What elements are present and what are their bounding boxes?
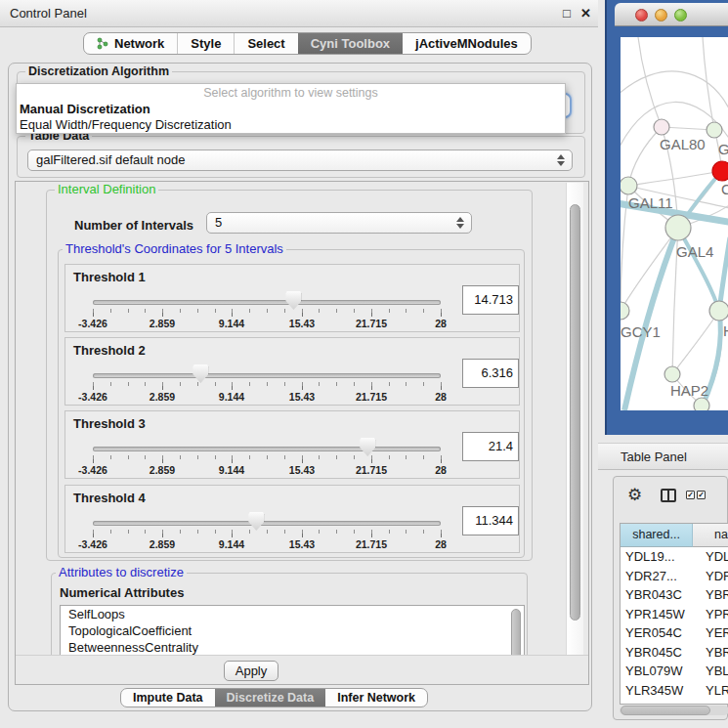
float-window-icon[interactable]: □	[563, 0, 571, 27]
network-graph	[621, 37, 728, 410]
checkbox-icon[interactable]: ✓	[697, 491, 706, 499]
dropdown-placeholder-option[interactable]: Select algorithm to view settings	[17, 84, 565, 102]
threshold-2-value-field[interactable]: 6.316	[462, 359, 519, 388]
node-label: C	[721, 181, 728, 197]
tick-label: 28	[435, 391, 447, 403]
gear-icon[interactable]: ⚙	[627, 484, 642, 505]
cell: YBR043C	[621, 585, 703, 605]
minimize-traffic-light-icon[interactable]	[655, 9, 667, 21]
table-row[interactable]: YBL079WYBL0	[621, 662, 728, 681]
number-of-intervals-combobox[interactable]: 5	[206, 212, 472, 234]
table-row[interactable]: YBR043CYBR0	[621, 585, 728, 605]
tab-select-label: Select	[247, 36, 284, 51]
table-data-combobox[interactable]: galFiltered.sif default node	[27, 150, 573, 171]
threshold-3-slider-track[interactable]	[93, 447, 441, 451]
combo-arrows-icon	[557, 154, 566, 166]
table-horizontal-scrollbar[interactable]	[620, 706, 728, 715]
close-traffic-light-icon[interactable]	[635, 9, 648, 21]
panel-scrollbar-thumb[interactable]	[570, 204, 580, 621]
table-row[interactable]: YBR045CYBR0	[621, 643, 728, 663]
tab-impute-data[interactable]: Impute Data	[121, 689, 215, 707]
thresholds-group: Threshold's Coordinates for 5 Intervals …	[58, 249, 525, 558]
column-header-name[interactable]: na	[693, 524, 728, 547]
cell: YER0	[703, 623, 728, 643]
table-row[interactable]: YDL19...YDL1	[621, 547, 728, 567]
table-scrollbar-thumb[interactable]	[621, 706, 710, 715]
node-label: GAL4	[676, 243, 713, 260]
tick-label: 9.144	[219, 391, 244, 403]
tick-label: 15.43	[289, 464, 315, 476]
tab-impute-data-label: Impute Data	[133, 691, 203, 705]
tick-label: 2.859	[150, 318, 175, 329]
threshold-3-slider-handle[interactable]	[360, 438, 375, 456]
list-item[interactable]: SelfLoops	[61, 606, 524, 622]
dropdown-option-equal-width[interactable]: Equal Width/Frequency Discretization	[17, 117, 565, 133]
thresholds-group-title: Threshold's Coordinates for 5 Intervals	[63, 242, 286, 256]
number-of-intervals-label: Number of Intervals	[74, 218, 193, 233]
node-label: HAP2	[670, 382, 708, 399]
threshold-1-label: Threshold 1	[73, 270, 146, 284]
network-canvas[interactable]: GAL80 G GAL11 GAL4 GCY1 HAP2 H C	[621, 37, 728, 410]
tick-label: 2.859	[150, 391, 175, 403]
tab-style[interactable]: Style	[178, 33, 235, 54]
column-header-shared-name[interactable]: shared...	[621, 524, 693, 547]
table-panel-window: ⚙ ✓ ✓ shared... na YDL19...YDL1 YDR27...…	[613, 476, 728, 720]
tab-network-label: Network	[114, 36, 164, 51]
threshold-2-label: Threshold 2	[73, 343, 146, 358]
tick-label: -3.426	[78, 464, 107, 476]
zoom-traffic-light-icon[interactable]	[674, 9, 687, 21]
checkbox-icon[interactable]: ✓	[686, 491, 695, 499]
tick-label: 28	[435, 318, 447, 329]
table-panel-titlebar: Table Panel	[598, 443, 728, 470]
tab-cyni-toolbox[interactable]: Cyni Toolbox	[298, 33, 403, 54]
threshold-1-slider-handle[interactable]	[285, 291, 301, 310]
node-label: GAL11	[628, 194, 673, 211]
table-row[interactable]: YDR27...YDR2	[621, 567, 728, 586]
table-data-group: Table Data galFiltered.sif default node	[17, 136, 585, 178]
tick-label: -3.426	[78, 391, 107, 403]
network-icon	[97, 37, 109, 50]
panel-scrollbar[interactable]	[566, 183, 583, 684]
cell: YPR145W	[621, 605, 703, 624]
tick-label: -3.426	[78, 538, 107, 550]
tab-infer-network[interactable]: Infer Network	[325, 689, 427, 707]
table-row[interactable]: YER054CYER0	[621, 623, 728, 643]
table-row[interactable]: YLR345WYLR3	[621, 681, 728, 701]
table-row[interactable]: YIL052CYIL0	[621, 700, 728, 705]
tick-label: 15.43	[289, 318, 315, 329]
slider-tick-marks	[93, 530, 442, 537]
tick-label: 15.43	[289, 391, 315, 403]
threshold-1-slider-track[interactable]	[93, 300, 441, 305]
apply-bar: Apply	[16, 655, 588, 684]
tick-label: 21.715	[356, 464, 387, 476]
threshold-4-slider-track[interactable]	[93, 521, 441, 526]
tab-jactivemnodules[interactable]: jActiveMNodules	[403, 33, 531, 54]
close-icon[interactable]: ✕	[580, 0, 591, 27]
tab-discretize-data[interactable]: Discretize Data	[215, 689, 326, 707]
threshold-3-value-field[interactable]: 21.4	[462, 432, 519, 461]
cell: YPR1	[703, 605, 728, 624]
threshold-2-slider-handle[interactable]	[193, 364, 208, 383]
node-label: GCY1	[621, 323, 661, 340]
tick-label: 21.715	[356, 538, 387, 550]
list-item[interactable]: BetweennessCentrality	[61, 639, 524, 656]
number-of-intervals-value: 5	[215, 213, 222, 233]
cell: YDL19...	[621, 547, 703, 567]
table-row[interactable]: YPR145WYPR1	[621, 605, 728, 624]
dropdown-option-manual[interactable]: Manual Discretization	[17, 102, 565, 117]
apply-button[interactable]: Apply	[224, 661, 278, 681]
cell: YLR3	[703, 681, 728, 701]
threshold-4-slider-handle[interactable]	[248, 512, 264, 531]
column-layout-icon[interactable]	[661, 489, 676, 502]
threshold-1-value-field[interactable]: 14.713	[462, 285, 519, 315]
tab-select[interactable]: Select	[235, 33, 297, 54]
list-item[interactable]: TopologicalCoefficient	[61, 622, 524, 639]
tick-label: 2.859	[150, 464, 175, 476]
settings-scroll-panel: Interval Definition Number of Intervals …	[15, 181, 589, 685]
tab-network[interactable]: Network	[84, 33, 178, 54]
threshold-4-value-field[interactable]: 11.344	[462, 506, 519, 535]
threshold-1-row: Threshold 1 -3.426 2.859 9.144 15.43 21.…	[64, 264, 520, 332]
cell: YDR2	[703, 567, 728, 586]
threshold-2-slider-track[interactable]	[93, 373, 441, 378]
tick-label: 2.859	[150, 538, 175, 550]
